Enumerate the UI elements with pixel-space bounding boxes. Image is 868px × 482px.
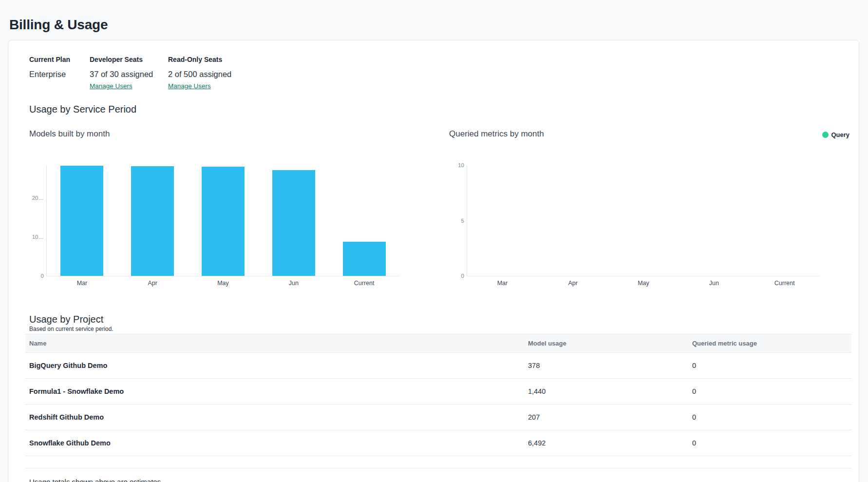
model-usage-cell: 1,440 (528, 387, 692, 395)
table-row: Formula1 - Snowflake Demo 1,440 0 (25, 379, 851, 405)
project-name-cell: BigQuery Github Demo (25, 362, 528, 369)
x-axis-label: Apr (538, 280, 608, 287)
manage-users-link-developer[interactable]: Manage Users (90, 82, 132, 90)
bar (202, 167, 245, 276)
x-axis-label: Jun (258, 280, 329, 287)
billing-card: Current Plan Enterprise Developer Seats … (8, 40, 859, 482)
table-body: BigQuery Github Demo 378 0 Formula1 - Sn… (25, 353, 851, 456)
x-axis-label: May (188, 280, 259, 287)
stat-value: Enterprise (29, 69, 70, 79)
queried-usage-cell: 0 (692, 413, 851, 421)
project-name-cell: Snowflake Github Demo (25, 439, 528, 447)
stat-value: 2 of 500 assigned (168, 69, 231, 79)
stat-readonly-seats: Read-Only Seats 2 of 500 assigned Manage… (168, 56, 231, 90)
stat-developer-seats: Developer Seats 37 of 30 assigned Manage… (90, 56, 153, 90)
chart-legend[interactable]: Query (822, 131, 849, 138)
table-row: BigQuery Github Demo 378 0 (25, 353, 851, 379)
stat-label: Current Plan (29, 56, 70, 64)
table-row: Snowflake Github Demo 6,492 0 (25, 430, 851, 456)
usage-project-section-title: Usage by Project (29, 314, 103, 325)
model-usage-cell: 6,492 (528, 439, 692, 447)
stat-label: Read-Only Seats (168, 56, 231, 64)
queried-usage-cell: 0 (692, 387, 851, 395)
x-axis-label: May (608, 280, 679, 287)
table-footer-spacer (25, 456, 851, 468)
x-axis-label: Current (749, 280, 820, 287)
model-usage-cell: 207 (528, 413, 692, 421)
stat-current-plan: Current Plan Enterprise (29, 56, 70, 79)
column-header-model-usage: Model usage (528, 340, 692, 347)
query-legend-label: Query (831, 131, 849, 138)
x-axis-label: Apr (117, 280, 188, 287)
usage-period-section-title: Usage by Service Period (29, 104, 136, 115)
queried-usage-cell: 0 (692, 439, 851, 447)
chart-title-models-built: Models built by month (29, 129, 110, 139)
bar (131, 166, 174, 276)
stat-label: Developer Seats (90, 56, 153, 64)
column-header-queried-usage: Queried metric usage (692, 340, 851, 347)
manage-users-link-readonly[interactable]: Manage Users (168, 82, 211, 90)
project-name-cell: Formula1 - Snowflake Demo (25, 387, 528, 395)
table-row: Redshift Github Demo 207 0 (25, 405, 851, 430)
bar (60, 166, 103, 276)
page-title: Billing & Usage (9, 17, 108, 33)
x-axis-label: Jun (679, 280, 749, 287)
query-legend-dot-icon (822, 132, 829, 138)
chart-title-queried-metrics: Queried metrics by month (449, 129, 544, 139)
bar (343, 242, 386, 276)
x-axis-label: Mar (47, 280, 117, 287)
x-axis-label: Current (329, 280, 399, 287)
x-axis-label: Mar (467, 280, 538, 287)
table-header-row: Name Model usage Queried metric usage (25, 334, 851, 353)
usage-estimates-footnote: Usage totals shown above are estimates (29, 478, 161, 482)
y-axis-tick-label: 0 (41, 273, 44, 279)
y-axis-tick-label: 20… (32, 195, 44, 201)
y-axis-tick-label: 10 (458, 162, 464, 168)
billing-usage-page: { "page": { "title": "Billing & Usage" }… (0, 0, 868, 482)
stat-value: 37 of 30 assigned (90, 69, 153, 79)
models-built-chart: 010…20…MarAprMayJunCurrent (46, 165, 399, 276)
model-usage-cell: 378 (528, 362, 692, 369)
project-name-cell: Redshift Github Demo (25, 413, 528, 421)
y-axis-tick-label: 5 (461, 218, 464, 224)
y-axis-tick-label: 0 (461, 273, 464, 279)
queried-usage-cell: 0 (692, 362, 851, 369)
column-header-name: Name (25, 340, 528, 347)
queried-metrics-chart: 0510MarAprMayJunCurrent (467, 165, 820, 276)
y-axis-tick-label: 10… (32, 234, 44, 240)
usage-project-subtitle: Based on current service period. (29, 326, 113, 332)
usage-by-project-table: Name Model usage Queried metric usage Bi… (25, 334, 851, 468)
bar (272, 170, 315, 276)
